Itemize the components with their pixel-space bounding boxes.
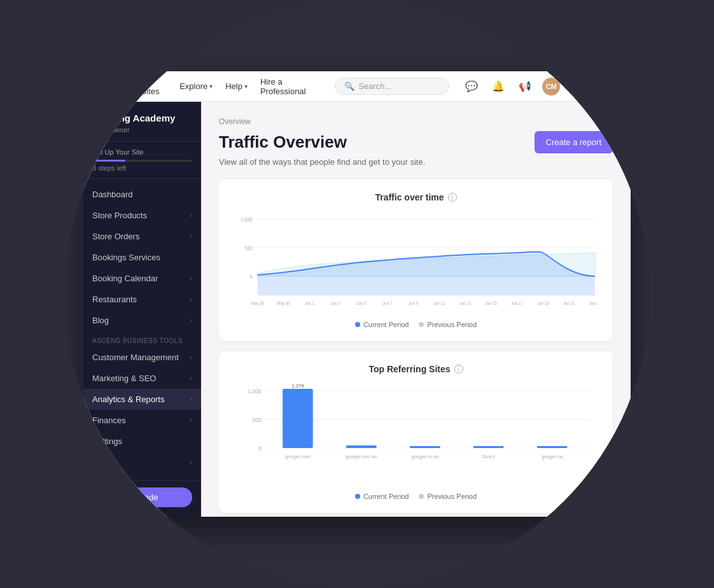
chart1-info-icon[interactable]: i: [448, 193, 457, 202]
chevron-right-icon: ›: [190, 396, 192, 403]
svg-text:500: 500: [244, 245, 253, 251]
svg-text:google.ca: google.ca: [542, 454, 563, 459]
chevron-right-icon: ›: [190, 354, 192, 361]
svg-text:Jun 17: Jun 17: [511, 300, 523, 305]
sidebar-item-settings[interactable]: Settings: [83, 431, 201, 452]
edit-site-button[interactable]: ✏️ Edit Site: [92, 514, 192, 517]
sidebar-item-store-orders[interactable]: Store Orders ›: [83, 226, 201, 247]
chevron-right-icon: ›: [190, 233, 192, 240]
svg-text:google.com: google.com: [285, 454, 310, 459]
current-period-dot2: [355, 494, 360, 499]
bar-google-com-au: [346, 445, 377, 448]
chevron-right-icon: ›: [190, 375, 192, 382]
svg-text:Jun 7: Jun 7: [382, 300, 392, 305]
chevron-right-icon: ›: [190, 417, 192, 424]
svg-text:Jun 23: Jun 23: [589, 300, 598, 305]
chart1-title: Traffic over time: [375, 192, 444, 202]
nav-my-sites[interactable]: My Sites: [136, 73, 172, 100]
traffic-over-time-card: Traffic over time i 1,000 500: [219, 179, 613, 341]
user-name: Cheff Marsha: [564, 81, 613, 91]
bar-google-co-uk: [410, 446, 440, 448]
site-role: Role: owner: [92, 126, 192, 134]
legend-current-period: Current Period: [355, 321, 409, 328]
announcements-icon[interactable]: 📢: [515, 77, 535, 96]
current-period-dot: [355, 322, 360, 327]
svg-text:Direct: Direct: [482, 454, 496, 459]
setup-progress-bar: [92, 160, 192, 162]
svg-text:Jun 15: Jun 15: [486, 300, 498, 305]
setup-section: Set Up Your Site 3 steps left: [83, 142, 201, 179]
wix-logo[interactable]: WiX: [94, 78, 123, 95]
chart2-legend: Current Period Previous Period: [234, 493, 598, 500]
legend-previous-period: Previous Period: [419, 321, 477, 328]
sidebar-section-label: Ascend Business Tools: [83, 331, 201, 347]
search-icon: 🔍: [344, 81, 354, 91]
nav-explore[interactable]: Explore ▾: [174, 78, 218, 95]
sidebar-item-restaurants[interactable]: Restaurants ›: [83, 289, 201, 310]
nav-hire-professional[interactable]: Hire a Professional: [255, 73, 322, 100]
svg-text:1,000: 1,000: [241, 216, 253, 223]
sidebar-item-booking-calendar[interactable]: Booking Calendar ›: [83, 268, 201, 289]
sidebar-bottom: Upgrade ✏️ Edit Site: [83, 480, 201, 517]
nav-help[interactable]: Help ▾: [220, 78, 253, 95]
previous-period-dot2: [419, 494, 424, 499]
sidebar-item-store-products[interactable]: Store Products ›: [83, 205, 201, 226]
chevron-right-icon: ›: [190, 296, 192, 303]
svg-text:google.co.uk: google.co.uk: [411, 454, 438, 459]
sidebar-item-marketing-seo[interactable]: Marketing & SEO ›: [83, 368, 201, 389]
avatar-image: CM: [542, 78, 560, 95]
svg-text:Jun 11: Jun 11: [433, 300, 445, 305]
sidebar-item-blog[interactable]: Blog ›: [83, 310, 201, 331]
messages-icon[interactable]: 💬: [462, 77, 481, 96]
chart1-legend: Current Period Previous Period: [234, 321, 598, 328]
upgrade-button[interactable]: Upgrade: [92, 487, 192, 507]
site-header: Cooking Academy Role: owner: [83, 102, 201, 142]
current-period-area: [258, 252, 595, 295]
page-title-row: Traffic Overview Create a report: [219, 131, 613, 153]
chevron-right-icon: ›: [190, 275, 192, 282]
legend2-previous-period: Previous Period: [419, 493, 477, 500]
create-report-button[interactable]: Create a report: [535, 131, 613, 153]
sidebar-item-customer-management[interactable]: Customer Management ›: [83, 347, 201, 368]
site-name: Cooking Academy: [92, 112, 192, 125]
svg-text:Jun 9: Jun 9: [409, 300, 418, 305]
previous-period-dot: [419, 322, 424, 327]
bar-google-ca: [537, 446, 568, 448]
sidebar-nav: Dashboard Store Products › Store Orders …: [83, 179, 201, 478]
pencil-icon: ✏️: [122, 514, 131, 517]
chevron-right-icon: ›: [190, 317, 192, 324]
svg-text:May 30: May 30: [277, 300, 290, 306]
chart2-info-icon[interactable]: i: [454, 365, 463, 374]
chevron-right-icon: ›: [190, 212, 192, 219]
sidebar-item-dashboard[interactable]: Dashboard: [83, 184, 201, 205]
area-chart-svg: 1,000 500 0 May 28 May 30 Jun 1: [234, 213, 598, 308]
svg-text:500: 500: [253, 417, 262, 423]
search-bar[interactable]: 🔍 Search...: [335, 78, 449, 95]
sidebar-item-bookings-services[interactable]: Bookings Services: [83, 247, 201, 268]
top-referring-sites-card: Top Referring Sites i 1,000 500 0: [219, 351, 613, 513]
svg-text:Jun 19: Jun 19: [537, 300, 549, 305]
content-area: Overview Traffic Overview Create a repor…: [201, 102, 631, 517]
svg-text:Jun 5: Jun 5: [356, 300, 366, 305]
chevron-right-icon: ›: [190, 459, 192, 466]
svg-text:google.com.au: google.com.au: [346, 454, 377, 459]
notifications-icon[interactable]: 🔔: [489, 77, 508, 96]
chart1-container: 1,000 500 0 May 28 May 30 Jun 1: [234, 213, 598, 314]
sidebar-item-apps[interactable]: Apps ›: [83, 452, 201, 473]
nav-links: My Sites Explore ▾ Help ▾ Hire a Profess…: [136, 73, 323, 100]
bar-google-com: [283, 389, 313, 448]
svg-text:0: 0: [258, 445, 262, 452]
sidebar-item-finances[interactable]: Finances ›: [83, 410, 201, 431]
svg-text:Jun 3: Jun 3: [331, 300, 340, 305]
nav-icons: 💬 🔔 📢 CM Cheff Marsha ▾: [462, 77, 620, 96]
svg-text:Jun 21: Jun 21: [563, 300, 575, 305]
svg-text:1,000: 1,000: [248, 388, 262, 395]
legend2-current-period: Current Period: [355, 493, 409, 500]
page-subtitle: View all of the ways that people find an…: [219, 157, 613, 167]
page-title: Traffic Overview: [219, 132, 347, 152]
main-layout: Cooking Academy Role: owner Set Up Your …: [83, 102, 631, 517]
bar-direct: [473, 446, 504, 448]
sidebar-item-analytics-reports[interactable]: Analytics & Reports ›: [83, 389, 201, 410]
user-avatar[interactable]: CM Cheff Marsha ▾: [542, 78, 620, 95]
svg-text:0: 0: [249, 274, 252, 280]
